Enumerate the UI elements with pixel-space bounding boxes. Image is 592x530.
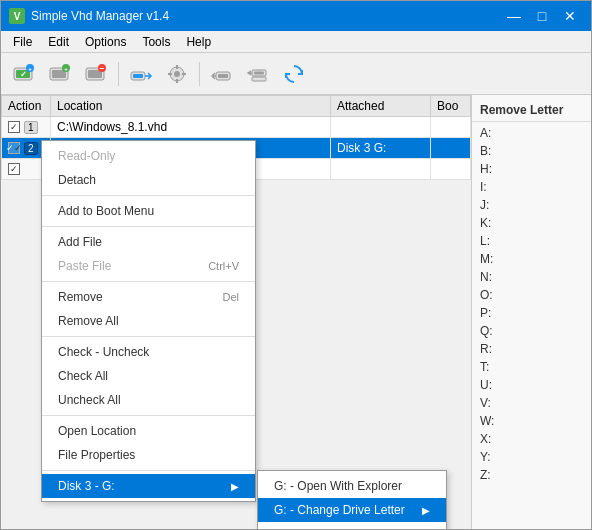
col-header-location[interactable]: Location	[51, 96, 331, 117]
row1-checkbox[interactable]	[8, 121, 20, 133]
letter-label: J:	[480, 198, 489, 212]
ctx-readonly[interactable]: Read-Only	[42, 144, 255, 168]
detach-button[interactable]	[205, 58, 239, 90]
disk3-open-explorer[interactable]: G: - Open With Explorer	[258, 474, 446, 498]
letter-item[interactable]: P:	[472, 304, 591, 322]
svg-text:V: V	[14, 11, 21, 22]
app-icon: V	[9, 8, 25, 24]
letter-item[interactable]: A:	[472, 124, 591, 142]
letter-label: U:	[480, 378, 492, 392]
ctx-remove[interactable]: Remove Del	[42, 285, 255, 309]
letter-item[interactable]: Z:	[472, 466, 591, 484]
letter-item[interactable]: J:	[472, 196, 591, 214]
letter-item[interactable]: U:	[472, 376, 591, 394]
letter-item[interactable]: X:	[472, 430, 591, 448]
ctx-disk3-arrow: ▶	[231, 481, 239, 492]
letter-label: X:	[480, 432, 491, 446]
row1-action: 1	[2, 117, 51, 138]
letter-label: K:	[480, 216, 491, 230]
menu-edit[interactable]: Edit	[40, 33, 77, 51]
row2-attached: Disk 3 G:	[331, 138, 431, 159]
col-header-boot[interactable]: Boo	[431, 96, 471, 117]
letter-label: Y:	[480, 450, 491, 464]
letter-item[interactable]: M:	[472, 250, 591, 268]
ctx-disk3[interactable]: Disk 3 - G: ▶	[42, 474, 255, 498]
svg-text:✓: ✓	[20, 70, 27, 79]
refresh-button[interactable]	[277, 58, 311, 90]
close-button[interactable]: ✕	[557, 6, 583, 26]
svg-rect-22	[182, 73, 186, 75]
menu-options[interactable]: Options	[77, 33, 134, 51]
row3-attached	[331, 159, 431, 180]
context-menu: Read-Only Detach Add to Boot Menu Add Fi…	[41, 140, 256, 502]
maximize-button[interactable]: □	[529, 6, 555, 26]
title-controls: — □ ✕	[501, 6, 583, 26]
letter-item[interactable]: N:	[472, 268, 591, 286]
ctx-check-all[interactable]: Check All	[42, 364, 255, 388]
menu-file[interactable]: File	[5, 33, 40, 51]
add-check-button[interactable]: ✓ +	[7, 58, 41, 90]
table-area: Action Location Attached Boo	[1, 95, 471, 529]
row2-checkbox[interactable]: ✓	[8, 142, 20, 154]
ctx-paste-label: Paste File	[58, 259, 111, 273]
ctx-open-location[interactable]: Open Location	[42, 419, 255, 443]
minimize-button[interactable]: —	[501, 6, 527, 26]
letter-item[interactable]: H:	[472, 160, 591, 178]
letter-item[interactable]: I:	[472, 178, 591, 196]
disk3-submenu: G: - Open With Explorer G: - Change Driv…	[257, 470, 447, 529]
ctx-paste-file[interactable]: Paste File Ctrl+V	[42, 254, 255, 278]
add-check-icon: ✓ +	[12, 62, 36, 86]
ctx-remove-shortcut: Del	[222, 291, 239, 303]
right-panel: Remove Letter A:B:H:I:J:K:L:M:N:O:P:Q:R:…	[471, 95, 591, 529]
add-button[interactable]: +	[43, 58, 77, 90]
ctx-file-props[interactable]: File Properties	[42, 443, 255, 467]
letter-label: P:	[480, 306, 491, 320]
row3-checkbox[interactable]	[8, 163, 20, 175]
remove-button[interactable]: −	[79, 58, 113, 90]
row2-boot	[431, 138, 471, 159]
col-header-action[interactable]: Action	[2, 96, 51, 117]
letter-item[interactable]: V:	[472, 394, 591, 412]
settings-button[interactable]	[160, 58, 194, 90]
col-header-attached[interactable]: Attached	[331, 96, 431, 117]
panel-title: Remove Letter	[472, 99, 591, 122]
letter-item[interactable]: R:	[472, 340, 591, 358]
attach-button[interactable]	[124, 58, 158, 90]
ctx-boot-label: Add to Boot Menu	[58, 204, 154, 218]
letter-item[interactable]: T:	[472, 358, 591, 376]
disk3-drive-props[interactable]: G: - Drive Properties	[258, 522, 446, 529]
toolbar-separator-1	[118, 62, 119, 86]
letter-item[interactable]: Y:	[472, 448, 591, 466]
letter-item[interactable]: K:	[472, 214, 591, 232]
ctx-sep-5	[42, 415, 255, 416]
letter-label: I:	[480, 180, 487, 194]
toolbar-separator-2	[199, 62, 200, 86]
row1-location: C:\Windows_8.1.vhd	[51, 117, 331, 138]
disk3-change-letter[interactable]: G: - Change Drive Letter ▶	[258, 498, 446, 522]
ctx-detach[interactable]: Detach	[42, 168, 255, 192]
ctx-uncheck-all[interactable]: Uncheck All	[42, 388, 255, 412]
letter-item[interactable]: W:	[472, 412, 591, 430]
ctx-add-file[interactable]: Add File	[42, 230, 255, 254]
letter-list: A:B:H:I:J:K:L:M:N:O:P:Q:R:T:U:V:W:X:Y:Z:	[472, 124, 591, 484]
ctx-remove-all[interactable]: Remove All	[42, 309, 255, 333]
attach-icon	[129, 62, 153, 86]
ctx-boot-menu[interactable]: Add to Boot Menu	[42, 199, 255, 223]
letter-item[interactable]: O:	[472, 286, 591, 304]
detach-all-button[interactable]	[241, 58, 275, 90]
row2-num: 2	[24, 142, 38, 155]
letter-item[interactable]: B:	[472, 142, 591, 160]
letter-item[interactable]: L:	[472, 232, 591, 250]
svg-rect-27	[254, 71, 264, 74]
disk3-open-explorer-label: G: - Open With Explorer	[274, 479, 402, 493]
menu-help[interactable]: Help	[178, 33, 219, 51]
ctx-check-uncheck[interactable]: Check - Uncheck	[42, 340, 255, 364]
ctx-sep-4	[42, 336, 255, 337]
ctx-sep-1	[42, 195, 255, 196]
letter-label: N:	[480, 270, 492, 284]
ctx-sep-3	[42, 281, 255, 282]
menu-tools[interactable]: Tools	[134, 33, 178, 51]
table-row[interactable]: 1 C:\Windows_8.1.vhd	[2, 117, 471, 138]
svg-point-18	[174, 71, 180, 77]
letter-item[interactable]: Q:	[472, 322, 591, 340]
